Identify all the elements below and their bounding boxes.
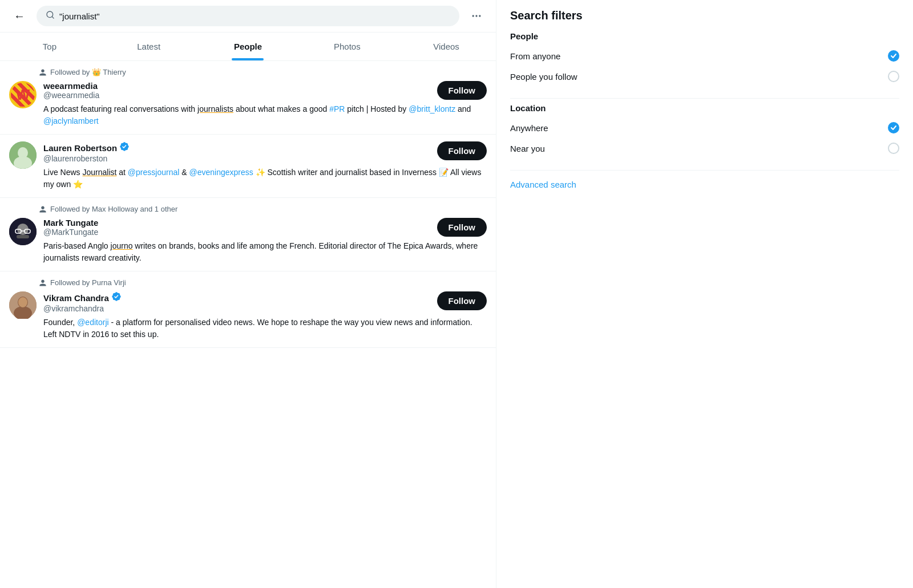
result-content-weearnmedia: weearnmedia @weearnmedia Follow A podcas… (43, 81, 487, 127)
tab-people[interactable]: People (199, 33, 298, 60)
filter-label-anywhere: Anywhere (510, 123, 548, 133)
result-row-mark: Mark Tungate @MarkTungate Follow Paris-b… (9, 218, 487, 264)
result-item-mark[interactable]: Followed by Max Holloway and 1 other (0, 198, 496, 271)
filter-option-people-follow[interactable]: People you follow (510, 66, 899, 87)
result-row-weearnmedia: W weearnmedia @weearnmedia Follow (9, 81, 487, 127)
verified-badge-lauren (119, 141, 130, 154)
follow-button-mark[interactable]: Follow (437, 218, 487, 237)
followed-by-weearnmedia: Followed by 👑 Thierry (39, 68, 487, 76)
result-row-lauren: Lauren Robertson @laurenroberston Follow (9, 141, 487, 190)
filter-label-from-anyone: From anyone (510, 51, 560, 61)
radio-anywhere[interactable] (888, 122, 899, 133)
result-item-weearnmedia[interactable]: Followed by 👑 Thierry W weearnmedia @wee (0, 61, 496, 135)
results-list: Followed by 👑 Thierry W weearnmedia @wee (0, 61, 496, 348)
bio-lauren: Live News Journalist at @pressjournal & … (43, 167, 487, 190)
advanced-search-link[interactable]: Advanced search (510, 180, 576, 189)
search-icon (46, 10, 55, 22)
filters-title: Search filters (510, 9, 899, 22)
left-panel: ← Top Latest (0, 0, 496, 588)
username-mark: @MarkTungate (43, 228, 430, 237)
followed-by-text-mark: Followed by Max Holloway and 1 other (50, 205, 177, 213)
person-icon (39, 68, 47, 76)
filter-section-people: People From anyone People you follow (510, 31, 899, 87)
search-input[interactable] (59, 11, 450, 21)
result-top-mark: Mark Tungate @MarkTungate Follow (43, 218, 487, 237)
bio-mark: Paris-based Anglo journo writes on brand… (43, 240, 487, 264)
radio-people-follow[interactable] (888, 71, 899, 82)
avatar-lauren (9, 141, 37, 169)
display-name-lauren: Lauren Robertson (43, 141, 430, 154)
result-top-vikram: Vikram Chandra @vikramchandra Follow (43, 291, 487, 313)
follow-button-weearnmedia[interactable]: Follow (437, 81, 487, 100)
followed-by-mark: Followed by Max Holloway and 1 other (39, 205, 487, 213)
avatar-mark (9, 218, 37, 245)
display-name-mark: Mark Tungate (43, 218, 430, 228)
tab-latest[interactable]: Latest (99, 33, 199, 60)
svg-line-1 (52, 17, 54, 18)
bio-weearnmedia: A podcast featuring real conversations w… (43, 103, 487, 127)
avatar-vikram (9, 291, 37, 319)
followed-by-vikram: Followed by Purna Virji (39, 278, 487, 287)
followed-by-text-weearnmedia: Followed by 👑 Thierry (50, 68, 126, 76)
person-icon-mark (39, 205, 47, 213)
filter-option-anywhere[interactable]: Anywhere (510, 117, 899, 138)
svg-rect-10 (17, 235, 29, 238)
filter-label-near-you: Near you (510, 144, 545, 153)
back-button[interactable]: ← (9, 6, 30, 26)
display-name-weearnmedia: weearnmedia (43, 81, 430, 91)
result-top-lauren: Lauren Robertson @laurenroberston Follow (43, 141, 487, 163)
filter-location-title: Location (510, 103, 899, 113)
more-button[interactable] (466, 6, 487, 26)
tab-videos[interactable]: Videos (397, 33, 496, 60)
radio-from-anyone[interactable] (888, 50, 899, 62)
result-top-weearnmedia: weearnmedia @weearnmedia Follow (43, 81, 487, 100)
mention-eveningexpress[interactable]: @eveningexpress (189, 168, 253, 177)
username-vikram: @vikramchandra (43, 304, 430, 313)
follow-button-lauren[interactable]: Follow (437, 141, 487, 160)
divider-2 (510, 170, 899, 171)
radio-near-you[interactable] (888, 143, 899, 154)
username-lauren: @laurenroberston (43, 154, 430, 163)
user-info-weearnmedia: weearnmedia @weearnmedia (43, 81, 430, 100)
user-info-mark: Mark Tungate @MarkTungate (43, 218, 430, 237)
username-weearnmedia: @weearnmedia (43, 91, 430, 100)
svg-point-2 (472, 15, 474, 17)
filter-option-from-anyone[interactable]: From anyone (510, 46, 899, 66)
filter-section-location: Location Anywhere Near you (510, 103, 899, 159)
search-bar-container[interactable] (37, 6, 459, 26)
user-info-lauren: Lauren Robertson @laurenroberston (43, 141, 430, 163)
svg-point-4 (479, 15, 480, 17)
app-layout: ← Top Latest (0, 0, 913, 588)
mention-pressjournal[interactable]: @pressjournal (128, 168, 179, 177)
mention-jaclyn[interactable]: @jaclynlambert (43, 116, 99, 125)
display-name-vikram: Vikram Chandra (43, 291, 430, 304)
avatar-weearnmedia: W (9, 81, 37, 108)
result-item-lauren[interactable]: Lauren Robertson @laurenroberston Follow (0, 135, 496, 198)
mention-editorji[interactable]: @editorji (77, 318, 108, 327)
filter-label-people-follow: People you follow (510, 72, 577, 82)
hashtag-pr[interactable]: #PR (329, 104, 345, 113)
tab-top[interactable]: Top (0, 33, 99, 60)
result-row-vikram: Vikram Chandra @vikramchandra Follow Fo (9, 291, 487, 340)
verified-badge-vikram (111, 291, 122, 304)
person-icon-vikram (39, 279, 47, 287)
followed-by-text-vikram: Followed by Purna Virji (50, 278, 126, 287)
filter-option-near-you[interactable]: Near you (510, 138, 899, 159)
bio-vikram: Founder, @editorji - a platform for pers… (43, 317, 487, 340)
tabs-bar: Top Latest People Photos Videos (0, 33, 496, 61)
result-content-mark: Mark Tungate @MarkTungate Follow Paris-b… (43, 218, 487, 264)
avatar-mark-svg (9, 218, 37, 245)
result-content-vikram: Vikram Chandra @vikramchandra Follow Fo (43, 291, 487, 340)
avatar-vikram-svg (9, 291, 37, 319)
svg-point-3 (475, 15, 477, 17)
user-info-vikram: Vikram Chandra @vikramchandra (43, 291, 430, 313)
svg-point-17 (18, 297, 27, 307)
search-header: ← (0, 0, 496, 33)
divider-1 (510, 98, 899, 99)
right-panel: Search filters People From anyone People… (496, 0, 913, 588)
follow-button-vikram[interactable]: Follow (437, 291, 487, 310)
avatar-lauren-svg (9, 141, 37, 169)
mention-britt[interactable]: @britt_klontz (409, 104, 455, 113)
result-item-vikram[interactable]: Followed by Purna Virji (0, 271, 496, 348)
tab-photos[interactable]: Photos (297, 33, 397, 60)
